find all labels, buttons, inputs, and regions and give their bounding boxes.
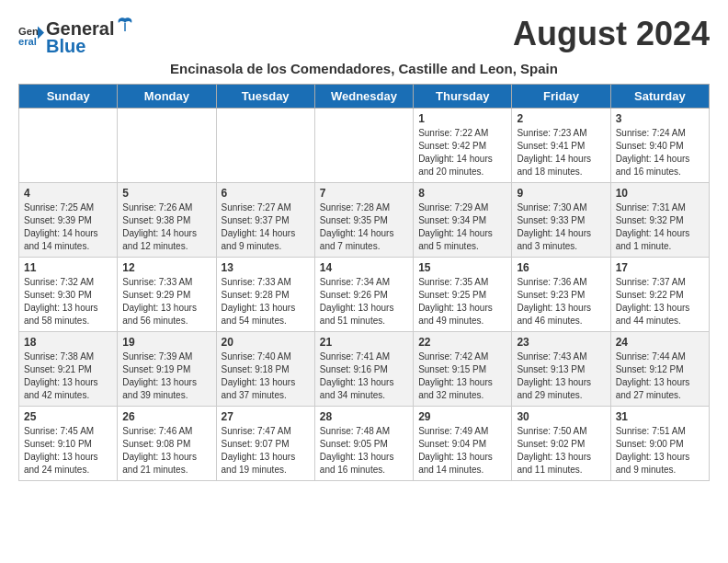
table-row: 18Sunrise: 7:38 AM Sunset: 9:21 PM Dayli… (19, 332, 118, 407)
calendar-table: Sunday Monday Tuesday Wednesday Thursday… (18, 84, 710, 481)
day-info: Sunrise: 7:39 AM Sunset: 9:19 PM Dayligh… (122, 350, 210, 402)
day-number: 13 (222, 261, 310, 274)
header-sunday: Sunday (19, 85, 118, 109)
week-row-3: 11Sunrise: 7:32 AM Sunset: 9:30 PM Dayli… (19, 258, 710, 332)
day-number: 15 (418, 261, 506, 274)
day-info: Sunrise: 7:38 AM Sunset: 9:21 PM Dayligh… (24, 350, 112, 402)
table-row: 3Sunrise: 7:24 AM Sunset: 9:40 PM Daylig… (610, 109, 709, 183)
table-row: 9Sunrise: 7:30 AM Sunset: 9:33 PM Daylig… (512, 183, 610, 258)
day-info: Sunrise: 7:37 AM Sunset: 9:22 PM Dayligh… (616, 276, 704, 327)
table-row: 27Sunrise: 7:47 AM Sunset: 9:07 PM Dayli… (216, 407, 314, 481)
table-row: 10Sunrise: 7:31 AM Sunset: 9:32 PM Dayli… (610, 183, 709, 258)
table-row: 19Sunrise: 7:39 AM Sunset: 9:19 PM Dayli… (118, 332, 216, 407)
day-info: Sunrise: 7:41 AM Sunset: 9:16 PM Dayligh… (320, 350, 408, 402)
logo-text: General Blue (46, 15, 136, 57)
table-row: 31Sunrise: 7:51 AM Sunset: 9:00 PM Dayli… (610, 407, 709, 481)
table-row: 8Sunrise: 7:29 AM Sunset: 9:34 PM Daylig… (414, 183, 512, 258)
logo-icon: Gen eral (18, 23, 44, 49)
day-number: 18 (24, 336, 112, 349)
day-number: 19 (122, 336, 210, 349)
table-row: 22Sunrise: 7:42 AM Sunset: 9:15 PM Dayli… (414, 332, 512, 407)
day-info: Sunrise: 7:23 AM Sunset: 9:41 PM Dayligh… (517, 127, 605, 178)
day-info: Sunrise: 7:30 AM Sunset: 9:33 PM Dayligh… (517, 201, 605, 253)
day-number: 21 (320, 336, 408, 349)
day-number: 1 (418, 112, 506, 125)
day-info: Sunrise: 7:50 AM Sunset: 9:02 PM Dayligh… (517, 425, 605, 477)
table-row: 21Sunrise: 7:41 AM Sunset: 9:16 PM Dayli… (314, 332, 413, 407)
day-number: 4 (24, 187, 112, 200)
table-row: 6Sunrise: 7:27 AM Sunset: 9:37 PM Daylig… (216, 183, 314, 258)
table-row: 24Sunrise: 7:44 AM Sunset: 9:12 PM Dayli… (610, 332, 709, 407)
table-row (118, 109, 216, 183)
day-number: 2 (517, 112, 605, 125)
day-info: Sunrise: 7:28 AM Sunset: 9:35 PM Dayligh… (320, 201, 408, 253)
table-row: 14Sunrise: 7:34 AM Sunset: 9:26 PM Dayli… (314, 258, 413, 332)
day-info: Sunrise: 7:48 AM Sunset: 9:05 PM Dayligh… (320, 425, 408, 477)
day-info: Sunrise: 7:45 AM Sunset: 9:10 PM Dayligh… (24, 425, 112, 477)
table-row (216, 109, 314, 183)
day-number: 10 (616, 187, 704, 200)
day-info: Sunrise: 7:22 AM Sunset: 9:42 PM Dayligh… (418, 127, 506, 178)
day-number: 7 (320, 187, 408, 200)
weekday-header-row: Sunday Monday Tuesday Wednesday Thursday… (19, 85, 710, 109)
table-row: 13Sunrise: 7:33 AM Sunset: 9:28 PM Dayli… (216, 258, 314, 332)
week-row-1: 1Sunrise: 7:22 AM Sunset: 9:42 PM Daylig… (19, 109, 710, 183)
table-row: 12Sunrise: 7:33 AM Sunset: 9:29 PM Dayli… (118, 258, 216, 332)
table-row: 15Sunrise: 7:35 AM Sunset: 9:25 PM Dayli… (414, 258, 512, 332)
day-info: Sunrise: 7:33 AM Sunset: 9:28 PM Dayligh… (222, 276, 310, 327)
week-row-5: 25Sunrise: 7:45 AM Sunset: 9:10 PM Dayli… (19, 407, 710, 481)
day-info: Sunrise: 7:51 AM Sunset: 9:00 PM Dayligh… (616, 425, 704, 477)
table-row (314, 109, 413, 183)
header-friday: Friday (512, 85, 610, 109)
day-number: 28 (320, 410, 408, 423)
day-info: Sunrise: 7:26 AM Sunset: 9:38 PM Dayligh… (122, 201, 210, 253)
table-row: 23Sunrise: 7:43 AM Sunset: 9:13 PM Dayli… (512, 332, 610, 407)
day-number: 25 (24, 410, 112, 423)
header-thursday: Thursday (414, 85, 512, 109)
table-row: 30Sunrise: 7:50 AM Sunset: 9:02 PM Dayli… (512, 407, 610, 481)
table-row: 28Sunrise: 7:48 AM Sunset: 9:05 PM Dayli… (314, 407, 413, 481)
day-info: Sunrise: 7:24 AM Sunset: 9:40 PM Dayligh… (616, 127, 704, 178)
day-number: 30 (517, 410, 605, 423)
day-number: 16 (517, 261, 605, 274)
day-info: Sunrise: 7:40 AM Sunset: 9:18 PM Dayligh… (222, 350, 310, 402)
day-info: Sunrise: 7:49 AM Sunset: 9:04 PM Dayligh… (418, 425, 506, 477)
day-number: 23 (517, 336, 605, 349)
logo-bird-icon (115, 15, 135, 35)
day-info: Sunrise: 7:42 AM Sunset: 9:15 PM Dayligh… (418, 350, 506, 402)
day-info: Sunrise: 7:36 AM Sunset: 9:23 PM Dayligh… (517, 276, 605, 327)
day-number: 20 (222, 336, 310, 349)
location-title: Encinasola de los Comendadores, Castille… (18, 61, 710, 76)
table-row: 25Sunrise: 7:45 AM Sunset: 9:10 PM Dayli… (19, 407, 118, 481)
day-info: Sunrise: 7:47 AM Sunset: 9:07 PM Dayligh… (222, 425, 310, 477)
table-row: 7Sunrise: 7:28 AM Sunset: 9:35 PM Daylig… (314, 183, 413, 258)
day-info: Sunrise: 7:35 AM Sunset: 9:25 PM Dayligh… (418, 276, 506, 327)
day-number: 14 (320, 261, 408, 274)
day-number: 9 (517, 187, 605, 200)
day-number: 29 (418, 410, 506, 423)
table-row: 11Sunrise: 7:32 AM Sunset: 9:30 PM Dayli… (19, 258, 118, 332)
logo: Gen eral General Blue (18, 15, 136, 57)
week-row-2: 4Sunrise: 7:25 AM Sunset: 9:39 PM Daylig… (19, 183, 710, 258)
table-row: 29Sunrise: 7:49 AM Sunset: 9:04 PM Dayli… (414, 407, 512, 481)
day-info: Sunrise: 7:32 AM Sunset: 9:30 PM Dayligh… (24, 276, 112, 327)
table-row: 16Sunrise: 7:36 AM Sunset: 9:23 PM Dayli… (512, 258, 610, 332)
day-info: Sunrise: 7:33 AM Sunset: 9:29 PM Dayligh… (122, 276, 210, 327)
day-number: 6 (222, 187, 310, 200)
day-number: 8 (418, 187, 506, 200)
month-year-title: August 2024 (513, 15, 710, 53)
header-monday: Monday (118, 85, 216, 109)
day-number: 27 (222, 410, 310, 423)
day-info: Sunrise: 7:46 AM Sunset: 9:08 PM Dayligh… (122, 425, 210, 477)
header-tuesday: Tuesday (216, 85, 314, 109)
day-number: 12 (122, 261, 210, 274)
table-row: 5Sunrise: 7:26 AM Sunset: 9:38 PM Daylig… (118, 183, 216, 258)
day-number: 5 (122, 187, 210, 200)
table-row: 1Sunrise: 7:22 AM Sunset: 9:42 PM Daylig… (414, 109, 512, 183)
page-container: Gen eral General Blue August 2024 Encina… (0, 0, 728, 496)
day-info: Sunrise: 7:29 AM Sunset: 9:34 PM Dayligh… (418, 201, 506, 253)
day-number: 17 (616, 261, 704, 274)
header-wednesday: Wednesday (314, 85, 413, 109)
table-row: 26Sunrise: 7:46 AM Sunset: 9:08 PM Dayli… (118, 407, 216, 481)
day-info: Sunrise: 7:43 AM Sunset: 9:13 PM Dayligh… (517, 350, 605, 402)
